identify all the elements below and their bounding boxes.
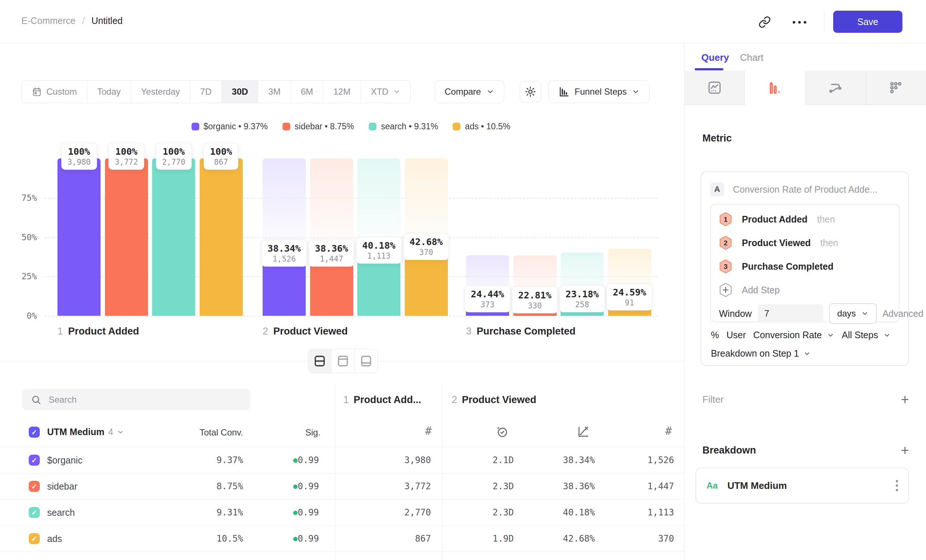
svg-text:3: 3 — [724, 263, 728, 271]
measure-scope[interactable]: All Steps — [842, 330, 878, 341]
bar-value-label: 100%2,770 — [156, 143, 192, 170]
cell-count: 1,113 — [608, 499, 674, 526]
tab-insights-chart[interactable] — [684, 71, 745, 105]
tab-retention-chart[interactable] — [806, 71, 866, 105]
group-column-header[interactable]: UTM Medium 4 — [47, 427, 124, 437]
funnel-bar-organic-step1[interactable] — [57, 159, 101, 316]
count-column-icon[interactable]: # — [635, 424, 672, 437]
tab-more-charts[interactable] — [866, 71, 926, 105]
conversion-rate-column-icon[interactable] — [577, 425, 590, 439]
date-range-label: Today — [97, 86, 121, 97]
window-value-input[interactable] — [758, 304, 823, 323]
cell-step1_count: 3,772 — [365, 474, 431, 499]
bar-pct-label: 100% — [210, 146, 232, 157]
cell-step1_count: 867 — [365, 526, 431, 552]
table-step2-header[interactable]: 2 Product Viewed — [452, 394, 536, 406]
bar-value-label: 22.81%330 — [512, 286, 558, 313]
legend-label: ads • 10.5% — [465, 121, 510, 132]
date-range-xtd[interactable]: XTD — [361, 81, 410, 103]
counting-method[interactable]: User — [726, 330, 746, 341]
select-all-checkbox[interactable]: ✓ — [29, 427, 40, 438]
row-checkbox[interactable]: ✓ — [29, 455, 40, 466]
tab-funnel-chart[interactable] — [745, 71, 805, 105]
date-range-30d[interactable]: 30D — [222, 81, 258, 103]
legend-item-ads[interactable]: ads • 10.5% — [453, 121, 510, 132]
date-range-custom[interactable]: Custom — [22, 81, 87, 103]
total-conv-column-header[interactable]: Total Conv. — [169, 427, 243, 438]
bar-pct-label: 100% — [115, 146, 138, 157]
row-checkbox[interactable]: ✓ — [29, 533, 40, 544]
avg-time-column-icon[interactable] — [496, 425, 509, 439]
table-row-sidebar[interactable]: ✓sidebar8.75%0.993,7722.3D38.36%1,447 — [0, 473, 684, 499]
metric-series-row[interactable]: A Conversion Rate of Product Adde... — [710, 182, 878, 196]
date-range-7d[interactable]: 7D — [191, 81, 222, 103]
window-unit-select[interactable]: days — [829, 303, 877, 324]
table-step1-header[interactable]: 1 Product Add... — [343, 394, 421, 406]
table-row-search[interactable]: ✓search9.31%0.992,7702.3D40.18%1,113 — [0, 499, 684, 525]
legend-item-sidebar[interactable]: sidebar • 8.75% — [283, 121, 354, 132]
breakdown-property-card[interactable]: Aa UTM Medium — [695, 468, 909, 504]
view-split-button[interactable] — [308, 349, 331, 373]
tab-chart[interactable]: Chart — [740, 52, 764, 64]
tab-query[interactable]: Query — [701, 52, 729, 64]
date-range-label: 3M — [268, 86, 280, 97]
breadcrumb-report-title[interactable]: Untitled — [91, 15, 123, 26]
legend-label: sidebar • 8.75% — [295, 121, 354, 132]
compare-button[interactable]: Compare — [435, 80, 504, 103]
share-link-button[interactable] — [756, 13, 773, 31]
row-checkbox[interactable]: ✓ — [29, 507, 40, 518]
step-number: 1 — [57, 326, 63, 337]
date-range-12m[interactable]: 12M — [324, 81, 361, 103]
date-range-yesterday[interactable]: Yesterday — [131, 81, 191, 103]
funnel-step-1[interactable]: 1 Product Added then — [711, 207, 899, 231]
breadcrumb-board[interactable]: E-Commerce — [21, 15, 76, 26]
table-row-organic[interactable]: ✓$organic9.37%0.993,9802.1D38.34%1,526 — [0, 447, 684, 473]
series-title: Conversion Rate of Product Adde... — [733, 184, 878, 195]
breakdown-on-step-selector[interactable]: Breakdown on Step 1 — [711, 348, 811, 359]
cell-total_conv: 9.37% — [177, 447, 243, 474]
date-range-6m[interactable]: 6M — [291, 81, 324, 103]
funnel-step-2[interactable]: 2 Product Viewed then — [711, 231, 899, 254]
chevron-down-icon — [486, 88, 494, 96]
search-input[interactable] — [48, 395, 242, 405]
legend-item-organic[interactable]: $organic • 9.37% — [192, 121, 268, 132]
chevron-down-icon — [827, 331, 834, 339]
advanced-toggle[interactable]: Advanced — [882, 308, 926, 319]
legend-item-search[interactable]: search • 9.31% — [369, 121, 438, 132]
add-filter-button[interactable]: + — [901, 392, 909, 406]
date-range-3m[interactable]: 3M — [258, 81, 291, 103]
cell-total_conv: 8.75% — [177, 474, 243, 499]
funnel-bar-ads-step1[interactable] — [200, 159, 243, 316]
legend-swatch — [453, 123, 460, 130]
count-column-icon[interactable]: # — [395, 424, 432, 437]
y-axis-tick: 75% — [13, 193, 37, 203]
date-range-label: Custom — [46, 86, 77, 97]
more-options-button[interactable] — [788, 13, 810, 31]
step-name: Product Viewed — [273, 326, 348, 337]
breakdown-section: Breakdown + — [702, 443, 909, 457]
funnel-step-3[interactable]: 3 Purchase Completed — [711, 254, 899, 278]
chart-settings-button[interactable] — [520, 81, 541, 103]
view-table-only-button[interactable] — [355, 349, 378, 373]
row-checkbox[interactable]: ✓ — [29, 481, 40, 492]
funnel-bar-search-step1[interactable] — [152, 159, 195, 316]
funnel-bar-sidebar-step1[interactable] — [105, 159, 148, 316]
chart-type-selector[interactable]: Funnel Steps — [548, 80, 650, 103]
cell-sig: 0.99 — [264, 526, 319, 552]
sig-column-header[interactable]: Sig. — [284, 427, 321, 438]
step-axis-label-3: 3Purchase Completed — [466, 326, 576, 337]
view-chart-only-button[interactable] — [331, 349, 355, 373]
kebab-menu-icon[interactable] — [896, 480, 898, 491]
table-row-ads[interactable]: ✓ads10.5%0.998671.9D42.68%370 — [0, 525, 684, 551]
date-range-today[interactable]: Today — [87, 81, 131, 103]
add-breakdown-button[interactable]: + — [901, 443, 909, 457]
save-button[interactable]: Save — [833, 11, 902, 33]
breadcrumb-separator: / — [82, 15, 85, 26]
step-3-hexagon-badge: 3 — [719, 259, 732, 274]
measure-metric[interactable]: Conversion Rate — [753, 330, 822, 341]
bar-pct-label: 100% — [67, 146, 91, 157]
y-axis-tick: 50% — [13, 233, 37, 242]
bar-value-label: 24.59%91 — [607, 284, 652, 310]
add-step-button[interactable]: Add Step — [711, 278, 899, 302]
bar-pct-label: 100% — [162, 146, 185, 157]
